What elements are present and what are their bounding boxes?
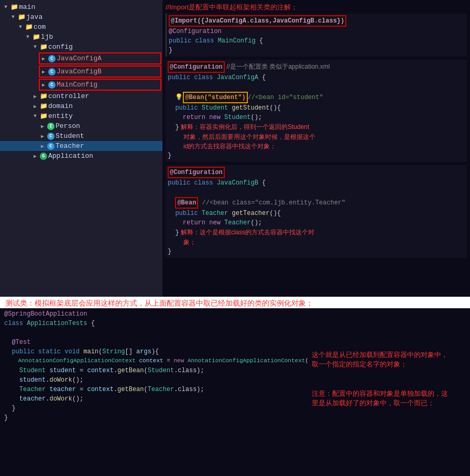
code-line: 💡 @Bean("student") //<bean id="student" — [168, 92, 465, 103]
tree-item-com[interactable]: ▼ 📁 com — [0, 22, 162, 32]
tree-item-java[interactable]: ▼ 📁 java — [0, 12, 162, 22]
code-line: public Teacher getTeacher(){ — [168, 209, 465, 218]
expand-arrow: ▶ — [40, 82, 47, 88]
tree-label: Application — [48, 152, 162, 160]
tree-label: entity — [48, 112, 162, 120]
bottom-note-bar: 测试类：模拟框架底层会应用这样的方式，从上面配置容器中取已经加载好的类的实例化对… — [0, 297, 470, 308]
code-line — [168, 82, 465, 92]
class-c-icon: C — [47, 55, 57, 62]
code-line: @Configuration — [168, 167, 465, 178]
tree-label: Person — [56, 122, 162, 130]
code-line — [168, 188, 465, 197]
configuration-annotation-highlight: @Configuration — [168, 61, 225, 73]
tree-label: controller — [48, 92, 162, 100]
code-line: public class MainConfig { — [169, 36, 465, 46]
tree-item-javaconfigB[interactable]: ▶ C JavaConfigB — [39, 66, 161, 78]
tree-item-teacher[interactable]: ▶ C Teacher — [0, 141, 162, 151]
tree-label: JavaConfigA — [57, 55, 160, 62]
code-line: } — [168, 151, 465, 160]
folder-icon: 📁 — [39, 102, 48, 110]
tree-item-application[interactable]: ▶ G Application — [0, 151, 162, 161]
configuration2-annotation-highlight: @Configuration — [168, 167, 225, 178]
expand-arrow: ▼ — [24, 34, 31, 40]
tree-item-config[interactable]: ▼ 📁 config — [0, 42, 162, 52]
code-line: @Configuration //是一个配置类 类似于application.x… — [168, 61, 465, 73]
code-line: Teacher teacher = context.getBean(Teache… — [4, 386, 309, 395]
tree-item-student[interactable]: ▶ C Student — [0, 131, 162, 141]
tree-item-entity[interactable]: ▼ 📁 entity — [0, 111, 162, 121]
expand-arrow: ▶ — [39, 123, 46, 129]
tree-item-javaconfigA[interactable]: ▶ C JavaConfigA — [39, 52, 161, 64]
folder-icon: 📁 — [39, 92, 48, 100]
import-annotation-highlight: @Import({JavaConfigA.class,JavaConfigB.c… — [169, 15, 346, 27]
tree-item-domain[interactable]: ▶ 📁 domain — [0, 101, 162, 111]
code-block-mainconfig: @Import({JavaConfigA.class,JavaConfigB.c… — [166, 14, 467, 57]
code-line: @Configuration — [169, 27, 465, 36]
code-line: } — [4, 405, 309, 414]
code-line: public Student getStudent(){ — [168, 103, 465, 113]
tree-item-controller[interactable]: ▶ 📁 controller — [0, 91, 162, 101]
folder-icon: 📁 — [31, 33, 41, 41]
code-line: public static void main(String[] args){ — [4, 348, 309, 358]
code-line: @SpringBootApplication — [4, 310, 309, 320]
comment-import: //Import是配置中串联起框架相关类的注解； — [166, 2, 467, 13]
code-line: } — [168, 247, 465, 256]
code-line: @Test — [4, 339, 309, 348]
code-line: } — [4, 414, 309, 424]
code-line — [4, 329, 309, 339]
folder-icon: 📁 — [17, 13, 26, 21]
expand-arrow: ▶ — [40, 69, 47, 75]
folder-icon: 📁 — [24, 23, 34, 31]
note1-text: 这个就是从已经加载到配置容器中的对象中， — [312, 351, 448, 359]
code-line: } 解释：这个是根据class的方式去容器中找这个对 — [168, 228, 465, 237]
code-line: public class JavaConfigB { — [168, 178, 465, 188]
bottom-code-panel: @SpringBootApplication class Application… — [0, 308, 470, 476]
note1: 这个就是从已经加载到配置容器中的对象中， — [312, 350, 463, 360]
bean2-annotation-highlight: @Bean — [175, 197, 198, 209]
folder-icon: 📁 — [9, 3, 19, 11]
bottom-code-with-notes: @SpringBootApplication class Application… — [4, 310, 466, 424]
code-block-javaconfigA: @Configuration //是一个配置类 类似于application.x… — [166, 60, 467, 162]
tree-item-ljb[interactable]: ▼ 📁 ljb — [0, 32, 162, 42]
class-c-icon: C — [46, 132, 56, 140]
tree-label: Student — [56, 132, 162, 140]
tree-item-person[interactable]: ▶ I Person — [0, 121, 162, 131]
lightbulb-icon: 💡 — [175, 93, 183, 102]
tree-label: ljb — [41, 33, 162, 41]
tree-label: JavaConfigB — [57, 68, 160, 75]
code-line: @Bean //<bean class="com.ljb.entity.Teac… — [168, 197, 465, 209]
folder-icon: 📁 — [39, 43, 48, 51]
expand-arrow: ▼ — [2, 4, 9, 10]
code-line: class ApplicationTests { — [4, 320, 309, 329]
code-line: return new Student(); — [168, 113, 465, 122]
expand-arrow: ▶ — [31, 153, 39, 159]
code-line: teacher.doWork(); — [4, 395, 309, 405]
code-line: Student student = context.getBean(Studen… — [4, 367, 309, 376]
bottom-code-left: @SpringBootApplication class Application… — [4, 310, 309, 424]
tree-label: config — [48, 43, 162, 51]
bottom-notes-right: 这个就是从已经加载到配置容器中的对象中， 取一个指定的指定名字的对象； 注意：配… — [309, 310, 466, 424]
code-editor-panel: //Import是配置中串联起框架相关类的注解； @Import({JavaCo… — [162, 0, 470, 297]
bean-annotation-highlight: @Bean("student") — [183, 92, 247, 103]
code-line: } 解释：容器实例化后，得到一个返回的Student — [168, 122, 465, 132]
code-line: @Import({JavaConfigA.class,JavaConfigB.c… — [169, 15, 465, 27]
expand-arrow: ▼ — [9, 14, 17, 20]
tree-item-main[interactable]: ▼ 📁 main — [0, 2, 162, 12]
tree-item-mainconfig[interactable]: ▶ C MainConfig — [39, 79, 161, 91]
class-c-icon: C — [47, 81, 57, 89]
expand-arrow: ▶ — [39, 143, 46, 149]
tree-label: com — [34, 23, 162, 31]
code-line: } — [169, 46, 465, 55]
expand-arrow: ▶ — [31, 103, 39, 110]
code-line: id的方式去找容器中找这个对象； — [168, 142, 465, 151]
tree-label: main — [19, 3, 162, 11]
class-c-icon: C — [46, 142, 56, 150]
code-line: 象； — [168, 237, 465, 247]
folder-icon: 📁 — [39, 112, 48, 120]
code-line: student.doWork(); — [4, 376, 309, 386]
expand-arrow: ▼ — [31, 44, 39, 50]
code-line: 对象，然后后面要用这个对象时候，是根据这个 — [168, 132, 465, 142]
tree-label: domain — [48, 102, 162, 110]
note2: 注意：配置中的容器和对象是单独加载的，这 — [312, 389, 463, 398]
expand-arrow: ▶ — [39, 133, 46, 139]
